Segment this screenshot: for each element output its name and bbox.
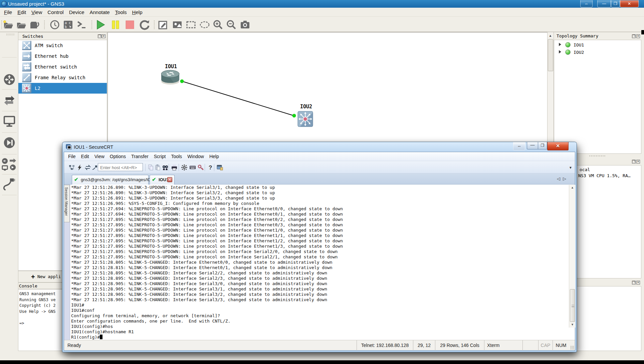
- reconnect-icon[interactable]: [84, 164, 91, 171]
- help-icon[interactable]: ?: [207, 164, 214, 171]
- keyboard-icon[interactable]: [189, 164, 196, 171]
- menu-annotate[interactable]: Annotate: [87, 9, 113, 15]
- options-icon[interactable]: [181, 164, 188, 171]
- copy-icon[interactable]: [148, 164, 154, 171]
- menu-file[interactable]: File: [65, 154, 78, 159]
- menu-tools[interactable]: Tools: [168, 154, 185, 159]
- session-manager-tab[interactable]: Session Manager: [64, 185, 70, 222]
- keymap-icon[interactable]: [198, 164, 204, 171]
- paste-icon[interactable]: [155, 164, 161, 171]
- screenshot-icon[interactable]: [239, 19, 251, 30]
- switch-template-atm-switch[interactable]: ATM switch: [18, 40, 107, 51]
- console-all-icon[interactable]: [76, 19, 87, 30]
- draw-ellipse-icon[interactable]: [199, 19, 210, 30]
- menu-help[interactable]: Help: [130, 9, 145, 15]
- switch-template-ethernet-hub[interactable]: Ethernet hub: [18, 51, 107, 62]
- stop-all-icon[interactable]: [124, 19, 136, 30]
- close-panel-icon[interactable]: ✕: [636, 160, 640, 163]
- disconnect-icon[interactable]: [91, 164, 98, 171]
- dock-splitter-handle[interactable]: [589, 155, 606, 157]
- svg-text:a c: a c: [65, 21, 71, 25]
- print-icon[interactable]: [171, 164, 178, 171]
- securecrt-close-button[interactable]: ✕: [547, 142, 569, 150]
- menu-transfer[interactable]: Transfer: [129, 154, 151, 159]
- close-panel-icon[interactable]: ✕: [636, 281, 640, 284]
- topology-item-iou1[interactable]: IOU1: [554, 41, 641, 49]
- menu-control[interactable]: Control: [45, 9, 66, 15]
- terminal-scrollbar[interactable]: ▲ ▼: [569, 185, 575, 328]
- new-project-icon[interactable]: [3, 19, 14, 30]
- start-all-icon[interactable]: [95, 19, 106, 30]
- gns3-resize-button[interactable]: ⇔: [580, 0, 593, 7]
- terminal[interactable]: *Mar 27 12:51:26.890: %LINK-3-UPDOWN: In…: [71, 185, 557, 340]
- snapshots-icon[interactable]: [49, 19, 60, 30]
- quick-connect-input[interactable]: [98, 163, 143, 171]
- toolbar-overflow-icon[interactable]: ▼: [569, 166, 572, 169]
- scroll-down-arrow-icon[interactable]: ▼: [570, 323, 575, 327]
- float-panel-icon[interactable]: ❐: [98, 34, 101, 38]
- suspend-all-icon[interactable]: [110, 19, 121, 30]
- browse-security-devices-icon[interactable]: [2, 136, 16, 150]
- switch-template-l2[interactable]: L2: [18, 83, 107, 94]
- expand-caret-icon[interactable]: [559, 50, 561, 53]
- session-tab-2[interactable]: ✔IOU1✕: [150, 175, 175, 185]
- menu-device[interactable]: Device: [66, 9, 87, 15]
- scroll-thumb[interactable]: [548, 39, 553, 71]
- float-panel-icon[interactable]: ❐: [632, 34, 636, 38]
- browse-routers-icon[interactable]: [2, 73, 16, 87]
- menu-options[interactable]: Options: [107, 154, 129, 159]
- switch-template-frame-relay-switch[interactable]: Frame Relay switch: [18, 72, 107, 83]
- ethernet-hub-icon: [22, 51, 31, 61]
- menu-file[interactable]: File: [1, 9, 15, 15]
- menu-edit[interactable]: Edit: [15, 9, 29, 15]
- menu-script[interactable]: Script: [151, 154, 169, 159]
- interface-labels-icon[interactable]: a cb: [62, 19, 74, 30]
- node-switch-iou2[interactable]: [297, 111, 313, 127]
- browse-switches-icon[interactable]: [2, 93, 16, 107]
- menu-window[interactable]: Window: [185, 154, 207, 159]
- securecrt-maximize-button[interactable]: ❐: [538, 142, 547, 149]
- tab-scroll-arrows[interactable]: ◁▷: [557, 176, 569, 181]
- float-panel-icon[interactable]: ❐: [632, 281, 636, 284]
- node-router-iou1[interactable]: [161, 70, 180, 85]
- resize-grip[interactable]: [570, 346, 574, 350]
- find-icon[interactable]: [162, 164, 169, 171]
- topology-item-iou2[interactable]: IOU2: [554, 49, 641, 56]
- insert-picture-icon[interactable]: [172, 19, 183, 30]
- securecrt-minimize-button[interactable]: —: [527, 142, 538, 149]
- scroll-thumb[interactable]: [570, 289, 575, 322]
- gns3-minimize-button[interactable]: —: [597, 0, 611, 7]
- session-manager-icon[interactable]: [68, 164, 75, 171]
- close-panel-icon[interactable]: ✕: [636, 34, 640, 38]
- draw-rectangle-icon[interactable]: [185, 19, 197, 30]
- browse-all-devices-icon[interactable]: [1, 157, 17, 171]
- add-link-icon[interactable]: [2, 177, 16, 191]
- menu-help[interactable]: Help: [207, 154, 222, 159]
- close-panel-icon[interactable]: ✕: [102, 34, 105, 38]
- menu-edit[interactable]: Edit: [78, 154, 92, 159]
- expand-caret-icon[interactable]: [559, 43, 561, 46]
- menu-view[interactable]: View: [92, 154, 107, 159]
- zoom-out-icon[interactable]: [226, 19, 237, 30]
- gns3-close-button[interactable]: ✕: [620, 0, 639, 7]
- scroll-up-arrow-icon[interactable]: ▲: [570, 186, 575, 190]
- securecrt-resize-button[interactable]: ⇔: [513, 142, 525, 150]
- menu-tools[interactable]: Tools: [113, 9, 130, 15]
- scroll-up-arrow-icon[interactable]: ▲: [548, 33, 553, 38]
- session-tabs-icon[interactable]: [216, 164, 223, 171]
- tab-close-icon[interactable]: ✕: [167, 177, 172, 182]
- browse-end-devices-icon[interactable]: [2, 114, 16, 128]
- save-project-icon[interactable]: [29, 19, 40, 30]
- add-note-icon[interactable]: [157, 19, 169, 30]
- switch-template-ethernet-switch[interactable]: Ethernet switch: [18, 62, 107, 72]
- svg-text:b: b: [65, 25, 67, 29]
- menu-view[interactable]: View: [29, 9, 45, 15]
- quick-connect-icon[interactable]: [76, 164, 83, 171]
- zoom-in-icon[interactable]: [212, 19, 224, 30]
- node-label: IOU2: [300, 104, 312, 110]
- reload-all-icon[interactable]: [139, 19, 150, 30]
- gns3-maximize-button[interactable]: ❐: [611, 0, 620, 7]
- float-panel-icon[interactable]: ❐: [632, 160, 636, 163]
- session-tab-1[interactable]: ✔gns3@gns3vm: /opt/gns3/images/IOU: [72, 175, 149, 185]
- open-project-icon[interactable]: [16, 19, 27, 30]
